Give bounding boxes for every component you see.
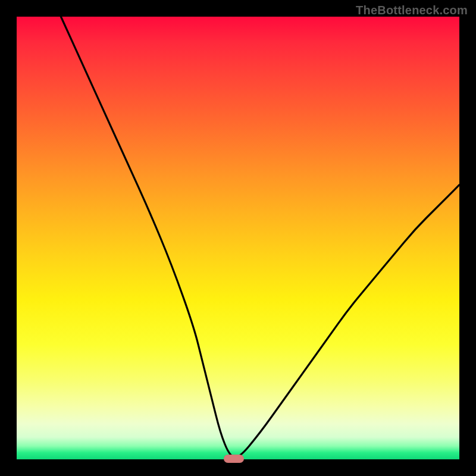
optimal-marker: [224, 455, 244, 463]
watermark-text: TheBottleneck.com: [356, 4, 468, 17]
bottleneck-curve: [17, 17, 459, 459]
chart-frame: TheBottleneck.com: [0, 0, 476, 476]
